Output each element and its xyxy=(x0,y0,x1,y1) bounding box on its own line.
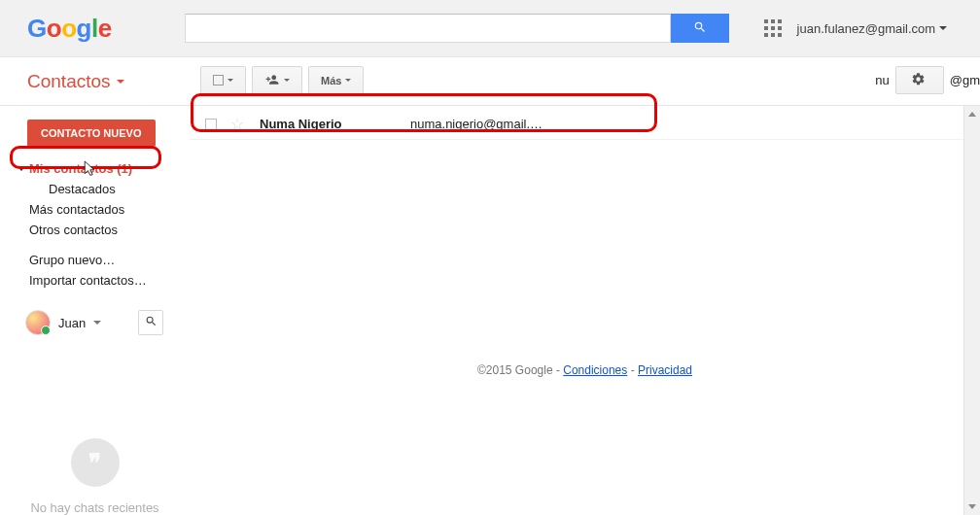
hangouts-panel: ❞ No hay chats recientes xyxy=(0,438,190,515)
app-title-text: Contactos xyxy=(27,71,111,92)
sidebar-item-label: Grupo nuevo… xyxy=(29,253,115,267)
star-icon[interactable]: ☆ xyxy=(230,115,244,133)
account-email-text: juan.fulanez@gmail.com xyxy=(797,21,936,36)
sidebar-item-new-group[interactable]: Grupo nuevo… xyxy=(0,250,190,270)
nav-list: Mis contactos (1) Destacados Más contact… xyxy=(0,158,190,240)
more-label: Más xyxy=(321,75,341,86)
sidebar: CONTACTO NUEVO Mis contactos (1) Destaca… xyxy=(0,106,190,515)
chevron-up-icon xyxy=(968,112,976,117)
hangouts-text: No hay chats recientes xyxy=(0,500,190,515)
account-menu[interactable]: juan.fulanez@gmail.com xyxy=(797,21,948,36)
add-to-contacts-button[interactable] xyxy=(252,66,302,94)
sub-bar: Contactos Más nu @gm xyxy=(0,57,980,106)
user-panel: Juan xyxy=(25,310,190,335)
sidebar-item-label: Destacados xyxy=(49,182,116,196)
chevron-down-icon xyxy=(117,80,124,84)
chevron-down-icon xyxy=(968,504,976,509)
sidebar-item-my-contacts[interactable]: Mis contactos (1) xyxy=(0,158,190,179)
toolbar: Más xyxy=(200,66,364,94)
person-add-icon xyxy=(264,73,280,88)
new-contact-button[interactable]: CONTACTO NUEVO xyxy=(27,120,156,147)
more-button[interactable]: Más xyxy=(308,66,364,94)
truncated-text-right: @gm xyxy=(950,73,980,87)
scroll-up-button[interactable] xyxy=(964,106,980,122)
footer-sep: - xyxy=(553,363,564,377)
main-content: ☆ Numa Nigerio numa.nigerio@gmail.… ©201… xyxy=(190,106,980,515)
scrollbar[interactable] xyxy=(963,106,980,515)
gear-icon xyxy=(911,72,926,89)
user-search-button[interactable] xyxy=(138,310,163,335)
avatar[interactable] xyxy=(25,310,51,335)
footer-sep: - xyxy=(627,363,638,377)
right-info: nu @gm xyxy=(875,66,980,94)
contact-email: numa.nigerio@gmail.… xyxy=(410,117,542,131)
search-input[interactable] xyxy=(185,14,671,43)
chevron-down-icon xyxy=(345,79,351,82)
contact-row[interactable]: ☆ Numa Nigerio numa.nigerio@gmail.… xyxy=(190,109,980,140)
chevron-down-icon xyxy=(939,26,947,30)
sidebar-item-label: Importar contactos… xyxy=(29,273,147,288)
footer-terms-link[interactable]: Condiciones xyxy=(563,363,627,377)
settings-button[interactable] xyxy=(895,66,944,94)
search-wrap xyxy=(185,14,729,43)
user-name: Juan xyxy=(58,316,86,330)
app-title-dropdown[interactable]: Contactos xyxy=(27,71,124,92)
chevron-down-icon xyxy=(284,79,290,82)
chevron-down-icon[interactable] xyxy=(93,321,101,325)
checkbox[interactable] xyxy=(205,119,217,130)
collapse-icon xyxy=(18,166,25,171)
contact-name: Numa Nigerio xyxy=(260,117,410,131)
sidebar-item-most-contacted[interactable]: Más contactados xyxy=(0,199,190,220)
chevron-down-icon xyxy=(228,79,233,82)
search-icon xyxy=(145,315,158,330)
sidebar-item-label: Más contactados xyxy=(29,202,124,217)
select-all-button[interactable] xyxy=(200,66,246,94)
scroll-down-button[interactable] xyxy=(964,498,980,515)
body: CONTACTO NUEVO Mis contactos (1) Destaca… xyxy=(0,106,980,515)
sidebar-item-other-contacts[interactable]: Otros contactos xyxy=(0,220,190,240)
sidebar-item-label: Mis contactos (1) xyxy=(29,161,132,176)
checkbox-icon xyxy=(213,75,224,86)
nav-list-secondary: Grupo nuevo… Importar contactos… xyxy=(0,250,190,291)
truncated-text-left: nu xyxy=(875,73,889,87)
search-icon xyxy=(693,20,707,37)
footer-copyright: ©2015 Google xyxy=(477,363,553,377)
hangouts-icon: ❞ xyxy=(71,438,120,487)
search-button[interactable] xyxy=(671,14,729,43)
footer-privacy-link[interactable]: Privacidad xyxy=(638,363,692,377)
sidebar-item-label: Otros contactos xyxy=(29,223,118,237)
google-logo[interactable]: Google xyxy=(27,14,112,44)
sidebar-item-import[interactable]: Importar contactos… xyxy=(0,270,190,291)
footer: ©2015 Google - Condiciones - Privacidad xyxy=(190,363,980,377)
sidebar-item-starred[interactable]: Destacados xyxy=(0,179,190,199)
apps-icon[interactable] xyxy=(764,19,782,37)
top-header: Google juan.fulanez@gmail.com xyxy=(0,0,980,57)
